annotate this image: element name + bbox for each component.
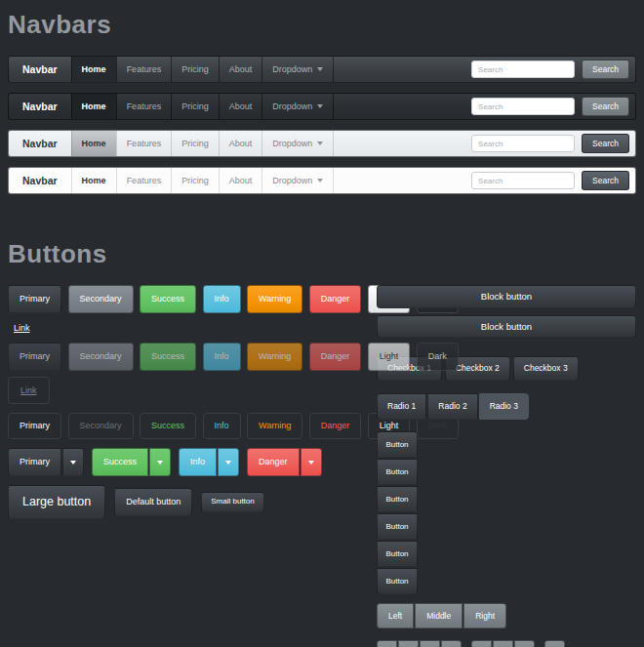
search-button[interactable]: Search [582,134,629,153]
nav-item-about[interactable]: About [219,57,262,82]
secondary-button-disabled[interactable]: Secondary [68,343,134,371]
toolbar-button-4[interactable]: 4 [441,640,462,647]
search-input[interactable] [471,172,575,189]
primary-button-disabled[interactable]: Primary [8,343,61,371]
buttons-heading: Buttons [8,239,636,269]
radio-button-2[interactable]: Radio 2 [427,393,477,421]
search-button[interactable]: Search [582,171,629,190]
nav-item-pricing[interactable]: Pricing [171,131,219,156]
vertical-button[interactable]: Button [377,568,418,594]
nav-item-home[interactable]: Home [71,94,116,119]
vertical-button[interactable]: Button [377,513,418,540]
chevron-down-icon [225,461,231,465]
nav-item-about[interactable]: About [219,168,262,193]
vertical-button[interactable]: Button [377,541,418,567]
nav-item-features[interactable]: Features [116,131,172,156]
search-button[interactable]: Search [582,97,629,116]
nav-item-dropdown[interactable]: Dropdown [262,94,334,119]
toolbar-group-2: 5 6 7 [471,640,535,647]
block-button[interactable]: Block button [377,285,636,308]
navbar-brand[interactable]: Navbar [9,57,71,82]
info-button[interactable]: Info [203,285,241,313]
toolbar-button-7[interactable]: 7 [514,640,535,647]
nav-item-dropdown[interactable]: Dropdown [262,168,334,193]
info-split-button[interactable]: Info [179,448,217,476]
success-button[interactable]: Success [140,285,196,313]
info-dropdown-toggle[interactable] [218,448,239,476]
toolbar-button-5[interactable]: 5 [471,640,492,647]
primary-dropdown-toggle[interactable] [62,448,84,476]
search-input[interactable] [471,135,575,152]
warning-button[interactable]: Warning [247,285,302,313]
small-button[interactable]: Small button [201,492,263,512]
navbar-brand[interactable]: Navbar [9,131,71,156]
nav-item-about[interactable]: About [219,94,262,119]
toolbar-button-3[interactable]: 3 [420,640,440,647]
block-button[interactable]: Block button [377,315,636,339]
nav-item-pricing[interactable]: Pricing [171,168,219,193]
default-button[interactable]: Default button [114,488,192,516]
toolbar-button-1[interactable]: 1 [377,640,397,647]
danger-button[interactable]: Danger [309,285,362,313]
chevron-down-icon [70,461,76,465]
link-button-disabled[interactable]: Link [8,377,50,404]
danger-split-button[interactable]: Danger [247,448,300,476]
nav-item-features[interactable]: Features [116,57,172,82]
middle-button[interactable]: Middle [415,603,463,628]
nav-item-about[interactable]: About [219,131,262,156]
vertical-button[interactable]: Button [377,459,418,485]
success-dropdown-toggle[interactable] [149,448,171,476]
outline-secondary-button[interactable]: Secondary [68,413,134,439]
nav-item-features[interactable]: Features [116,168,172,193]
toolbar-button-6[interactable]: 6 [493,640,513,647]
dark-button-disabled[interactable]: Dark [417,343,459,371]
warning-button-disabled[interactable]: Warning [247,343,302,371]
toolbar-button-8[interactable]: 8 [544,640,565,647]
radio-button-1[interactable]: Radio 1 [377,393,426,421]
search-input[interactable] [471,61,575,78]
vertical-button[interactable]: Button [377,486,418,512]
outline-info-button[interactable]: Info [203,413,241,439]
nav-item-home[interactable]: Home [71,168,116,193]
split-dropdown-info: Info [179,448,239,476]
nav-item-home[interactable]: Home [71,131,116,156]
nav-item-pricing[interactable]: Pricing [171,57,219,82]
info-button-disabled[interactable]: Info [203,343,241,371]
nav-item-pricing[interactable]: Pricing [171,94,219,119]
toolbar-group-1: 1 2 3 4 [377,640,462,647]
primary-button[interactable]: Primary [8,285,61,313]
checkbox-button-3[interactable]: Checkbox 3 [513,356,579,381]
danger-button-disabled[interactable]: Danger [309,343,362,371]
light-button-disabled[interactable]: Light [368,343,411,371]
toolbar-group-3: 8 [544,640,565,647]
navbar-brand[interactable]: Navbar [9,94,71,119]
success-split-button[interactable]: Success [92,448,148,476]
vertical-button[interactable]: Button [377,431,418,458]
link-button[interactable]: Link [14,323,30,333]
left-button[interactable]: Left [377,603,414,628]
danger-dropdown-toggle[interactable] [301,448,322,476]
secondary-button[interactable]: Secondary [68,285,134,313]
radio-button-3[interactable]: Radio 3 [479,393,529,421]
outline-primary-button[interactable]: Primary [8,413,61,439]
navbar-dark-primary: Navbar Home Features Pricing About Dropd… [8,56,636,83]
outline-danger-button[interactable]: Danger [309,413,362,439]
nav-item-dropdown[interactable]: Dropdown [262,57,334,82]
checkbox-button-group: Checkbox 1 Checkbox 2 Checkbox 3 [377,356,636,381]
navbar-brand[interactable]: Navbar [9,168,71,193]
right-button[interactable]: Right [463,603,506,628]
outline-success-button[interactable]: Success [140,413,196,439]
primary-split-button[interactable]: Primary [8,448,61,476]
navbar-search: Search [471,131,635,156]
nav-item-features[interactable]: Features [116,94,172,119]
search-input[interactable] [471,98,575,115]
nav-item-home[interactable]: Home [71,57,116,82]
nav-item-dropdown[interactable]: Dropdown [262,131,334,156]
large-button[interactable]: Large button [8,485,105,519]
search-button[interactable]: Search [582,60,629,79]
dropdown-label: Dropdown [272,101,312,111]
success-button-disabled[interactable]: Success [140,343,196,371]
button-variants-row: Primary Secondary Success Info Warning D… [8,285,377,313]
outline-warning-button[interactable]: Warning [247,413,302,439]
toolbar-button-2[interactable]: 2 [398,640,419,647]
